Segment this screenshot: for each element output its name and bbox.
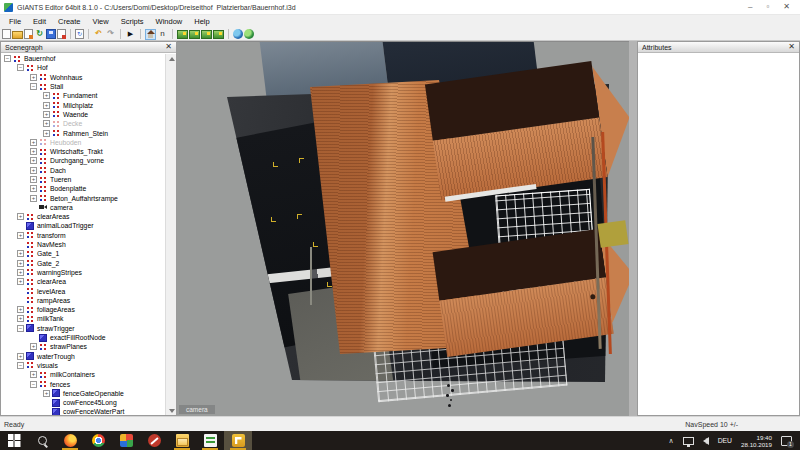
play-icon[interactable]: ▶	[125, 29, 136, 40]
menu-item-view[interactable]: View	[87, 17, 115, 26]
world-globe-green-icon[interactable]	[244, 29, 254, 39]
tray-chevron-up-icon[interactable]: ∧	[669, 437, 674, 445]
tray-display-icon[interactable]	[683, 437, 694, 445]
tray-language[interactable]: DEU	[718, 437, 732, 444]
close-button[interactable]: ✕	[783, 3, 790, 11]
expander-plus-icon[interactable]: +	[43, 130, 50, 137]
tree-node-Heuboden[interactable]: +Heuboden	[1, 138, 166, 147]
export-icon[interactable]	[57, 29, 66, 39]
tree-node-Wohnhaus[interactable]: +Wohnhaus	[1, 73, 166, 82]
tree-node-levelArea[interactable]: levelArea	[1, 286, 166, 295]
tree-node-visuals[interactable]: −visuals	[1, 361, 166, 370]
tree-node-Bauernhof[interactable]: −Bauernhof	[1, 54, 166, 63]
notification-center-icon[interactable]: 1	[781, 436, 792, 446]
menu-item-help[interactable]: Help	[188, 17, 215, 26]
expander-plus-icon[interactable]: +	[17, 306, 24, 313]
tree-node-Dach[interactable]: +Dach	[1, 166, 166, 175]
reload-file-icon[interactable]: ↻	[75, 29, 84, 39]
expander-plus-icon[interactable]: +	[17, 315, 24, 322]
terrain-foliage-icon[interactable]	[213, 30, 224, 39]
expander-minus-icon[interactable]: −	[17, 362, 24, 369]
tree-node-Milchplatz[interactable]: +Milchplatz	[1, 100, 166, 109]
expander-plus-icon[interactable]: +	[43, 102, 50, 109]
expander-plus-icon[interactable]: +	[17, 232, 24, 239]
open-file-icon[interactable]	[12, 31, 23, 39]
expander-plus-icon[interactable]: +	[30, 185, 37, 192]
viewport-3d[interactable]: camera	[177, 41, 629, 416]
tree-node-Wirtschafts_Trakt[interactable]: +Wirtschafts_Trakt	[1, 147, 166, 156]
tree-node-Tueren[interactable]: +Tueren	[1, 175, 166, 184]
expander-plus-icon[interactable]: +	[30, 74, 37, 81]
menu-item-file[interactable]: File	[3, 17, 27, 26]
tree-node-cowFenceWaterPart[interactable]: cowFenceWaterPart	[1, 407, 166, 415]
taskbar-photos-button[interactable]	[112, 431, 140, 450]
attributes-close-icon[interactable]: ✕	[788, 43, 795, 51]
expander-plus-icon[interactable]: +	[30, 343, 37, 350]
tree-node-foliageAreas[interactable]: +foliageAreas	[1, 305, 166, 314]
terrain-smooth-icon[interactable]	[201, 30, 212, 39]
minimize-button[interactable]: –	[748, 3, 752, 11]
tree-node-strawTrigger[interactable]: −strawTrigger	[1, 324, 166, 333]
scroll-up-icon[interactable]	[166, 54, 177, 63]
tree-node-strawPlanes[interactable]: +strawPlanes	[1, 342, 166, 351]
taskbar-green-document-button[interactable]	[196, 431, 224, 450]
new-file-icon[interactable]	[2, 29, 11, 39]
expander-plus-icon[interactable]: +	[17, 213, 24, 220]
maximize-button[interactable]: ▫	[766, 3, 769, 11]
terrain-lower-icon[interactable]	[189, 30, 200, 39]
expander-plus-icon[interactable]: +	[17, 269, 24, 276]
tree-node-fenceGateOpenable[interactable]: +fenceGateOpenable	[1, 389, 166, 398]
snap-icon[interactable]: n	[157, 29, 168, 40]
expander-plus-icon[interactable]: +	[43, 120, 50, 127]
expander-plus-icon[interactable]: +	[30, 139, 37, 146]
menu-item-scripts[interactable]: Scripts	[115, 17, 150, 26]
tree-node-waterTrough[interactable]: +waterTrough	[1, 352, 166, 361]
scenegraph-close-icon[interactable]: ✕	[165, 43, 172, 51]
menu-item-edit[interactable]: Edit	[27, 17, 52, 26]
tree-node-milkTank[interactable]: +milkTank	[1, 314, 166, 323]
undo-icon[interactable]: ↶	[93, 29, 104, 40]
save-icon[interactable]	[46, 29, 56, 39]
tree-node-fences[interactable]: −fences	[1, 379, 166, 388]
tree-node-cowFence45Long[interactable]: cowFence45Long	[1, 398, 166, 407]
tree-node-camera[interactable]: camera	[1, 203, 166, 212]
expander-plus-icon[interactable]: +	[30, 157, 37, 164]
taskbar-search-button[interactable]	[28, 431, 56, 450]
expander-plus-icon[interactable]: +	[30, 167, 37, 174]
tree-node-Stall[interactable]: −Stall	[1, 82, 166, 91]
tree-node-Durchgang_vorne[interactable]: +Durchgang_vorne	[1, 156, 166, 165]
tree-node-Hof[interactable]: −Hof	[1, 63, 166, 72]
expander-plus-icon[interactable]: +	[30, 176, 37, 183]
expander-minus-icon[interactable]: −	[4, 55, 11, 62]
tree-node-clearArea[interactable]: +clearArea	[1, 277, 166, 286]
tree-node-warningStripes[interactable]: +warningStripes	[1, 268, 166, 277]
taskbar-explorer-button[interactable]	[168, 431, 196, 450]
expander-plus-icon[interactable]: +	[17, 353, 24, 360]
taskbar-chrome-button[interactable]	[84, 431, 112, 450]
tree-node-clearAreas[interactable]: +clearAreas	[1, 212, 166, 221]
terrain-raise-icon[interactable]	[177, 30, 188, 39]
expander-minus-icon[interactable]: −	[17, 325, 24, 332]
expander-minus-icon[interactable]: −	[30, 381, 37, 388]
tree-node-transform[interactable]: +transform	[1, 231, 166, 240]
tree-node-Gate_1[interactable]: +Gate_1	[1, 249, 166, 258]
refresh-icon[interactable]: ↻	[34, 29, 45, 40]
import-icon[interactable]	[24, 29, 33, 39]
taskbar-blocked-button[interactable]	[140, 431, 168, 450]
expander-plus-icon[interactable]: +	[17, 250, 24, 257]
tree-node-Gate_2[interactable]: +Gate_2	[1, 259, 166, 268]
menu-item-window[interactable]: Window	[150, 17, 189, 26]
tree-node-animalLoadTrigger[interactable]: animalLoadTrigger	[1, 221, 166, 230]
taskbar-start-button[interactable]	[0, 431, 28, 450]
frame-selected-icon[interactable]	[145, 29, 156, 40]
tree-node-milkContainers[interactable]: +milkContainers	[1, 370, 166, 379]
tree-node-rampAreas[interactable]: rampAreas	[1, 296, 166, 305]
expander-plus-icon[interactable]: +	[30, 195, 37, 202]
expander-minus-icon[interactable]: −	[17, 64, 24, 71]
taskbar-giants-editor-button[interactable]	[224, 431, 252, 450]
world-globe-blue-icon[interactable]	[233, 29, 243, 39]
tree-node-Bodenplatte[interactable]: +Bodenplatte	[1, 184, 166, 193]
redo-icon[interactable]: ↷	[105, 29, 116, 40]
tray-volume-icon[interactable]	[703, 437, 709, 445]
tray-clock[interactable]: 19:40 28.10.2019	[741, 434, 772, 448]
